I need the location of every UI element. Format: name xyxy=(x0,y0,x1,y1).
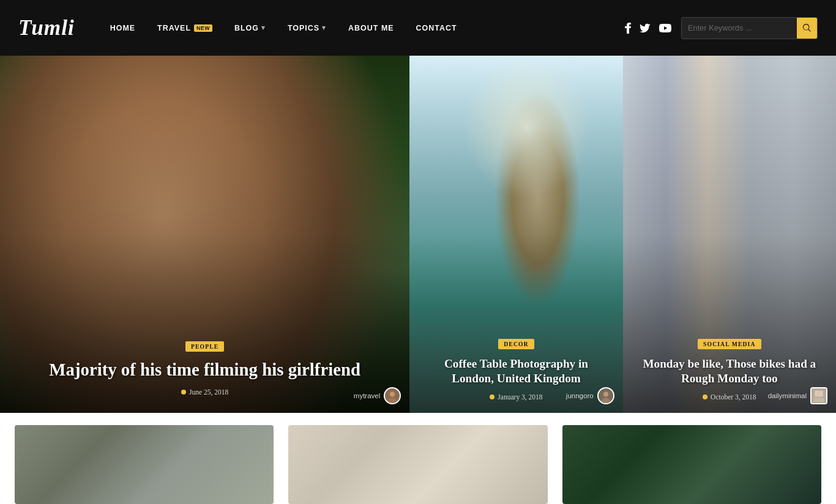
category-badge-3: SOCIAL MEDIA xyxy=(698,339,761,349)
facebook-icon[interactable] xyxy=(625,23,631,34)
author-avatar-3 xyxy=(810,387,827,404)
hero-card-2[interactable]: DECOR Coffee Table Photography in London… xyxy=(409,56,622,413)
bottom-card-1[interactable] xyxy=(15,425,274,504)
category-badge-1: PEOPLE xyxy=(185,341,224,352)
svg-point-4 xyxy=(603,391,608,397)
hero-grid: PEOPLE Majority of his time filming his … xyxy=(0,56,836,413)
hero-card-1[interactable]: PEOPLE Majority of his time filming his … xyxy=(0,56,409,413)
date-dot-2 xyxy=(490,395,495,399)
search-input[interactable] xyxy=(682,23,797,32)
date-dot-1 xyxy=(181,390,186,395)
twitter-icon[interactable] xyxy=(640,23,651,33)
nav-topics[interactable]: TOPICS ▾ xyxy=(277,0,337,56)
nav-blog[interactable]: BLOG ▾ xyxy=(223,0,277,56)
author-tag-3: dailyminimal xyxy=(768,387,827,404)
nav-contact[interactable]: CONTACT xyxy=(405,0,468,56)
youtube-icon[interactable] xyxy=(659,24,671,32)
svg-point-1 xyxy=(390,391,395,397)
author-avatar-2 xyxy=(597,387,614,404)
topics-arrow: ▾ xyxy=(322,24,326,32)
svg-rect-8 xyxy=(813,398,824,402)
svg-rect-7 xyxy=(815,390,823,396)
main-nav: HOME TRAVEL NEW BLOG ▾ TOPICS ▾ ABOUT ME… xyxy=(99,0,625,56)
svg-point-2 xyxy=(388,398,397,404)
hero-title-1: Majority of his time filming his girlfri… xyxy=(24,359,385,381)
travel-badge: NEW xyxy=(194,24,212,32)
category-badge-2: DECOR xyxy=(498,339,534,349)
nav-home[interactable]: HOME xyxy=(99,0,146,56)
date-dot-3 xyxy=(703,395,707,399)
bottom-cards-row xyxy=(0,413,836,504)
hero-title-3: Monday be like, Those bikes had a Rough … xyxy=(640,357,819,386)
site-header: Tumli HOME TRAVEL NEW BLOG ▾ TOPICS ▾ AB… xyxy=(0,0,836,56)
author-avatar-1 xyxy=(384,387,401,404)
nav-travel[interactable]: TRAVEL NEW xyxy=(146,0,223,56)
author-tag-2: junngoro xyxy=(566,387,614,404)
hero-title-2: Coffee Table Photography in London, Unit… xyxy=(427,357,605,386)
nav-about[interactable]: ABOUT ME xyxy=(337,0,405,56)
blog-arrow: ▾ xyxy=(261,24,266,32)
hero-date-1: June 25, 2018 xyxy=(24,388,385,396)
bottom-card-2[interactable] xyxy=(288,425,547,504)
hero-card-3[interactable]: SOCIAL MEDIA Monday be like, Those bikes… xyxy=(623,56,836,413)
bottom-card-3[interactable] xyxy=(562,425,821,504)
social-icons xyxy=(625,23,671,34)
svg-point-5 xyxy=(602,398,610,404)
search-button[interactable] xyxy=(797,17,817,39)
search-bar xyxy=(681,17,818,39)
hero-card-1-content: PEOPLE Majority of his time filming his … xyxy=(0,328,409,413)
author-tag-1: mytravel xyxy=(354,387,401,404)
site-logo[interactable]: Tumli xyxy=(18,16,75,40)
